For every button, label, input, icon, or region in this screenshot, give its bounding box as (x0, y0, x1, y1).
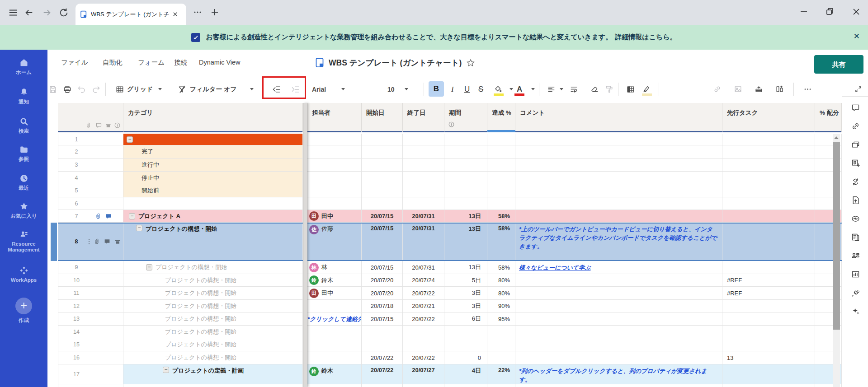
cell-category[interactable]: プロジェクトの構想・開始 (123, 300, 303, 312)
cell-assignee[interactable]: 田田中 (307, 287, 362, 300)
cell-pct[interactable]: 58% (487, 261, 515, 274)
cell-category[interactable]: プロジェクトの構想・開始 (123, 326, 303, 338)
column-header-comment[interactable]: コメント (515, 103, 722, 132)
collapse-icon[interactable]: − (163, 367, 169, 373)
cell-end[interactable] (403, 134, 444, 145)
table-row[interactable]: 8−プロジェクトの構想・開始佐佐藤20/07/1520/07/3113日58%*… (58, 223, 842, 261)
minimize-icon[interactable] (798, 6, 809, 17)
cell-assignee[interactable]: 鈴鈴木 (307, 364, 362, 384)
cell-comment[interactable] (515, 312, 722, 326)
cell-dur[interactable]: 4日 (444, 364, 487, 384)
cell-assignee[interactable] (307, 145, 362, 159)
back-icon[interactable] (24, 8, 34, 18)
cell-dur[interactable] (444, 338, 487, 351)
cell-assignee[interactable] (307, 134, 362, 145)
undo-icon[interactable] (77, 75, 86, 103)
summary-icon[interactable] (851, 233, 860, 242)
contacts-icon[interactable] (851, 251, 860, 261)
cell-dur[interactable] (444, 159, 487, 172)
menu-forms[interactable]: フォーム (138, 50, 165, 75)
connections-icon[interactable] (851, 288, 860, 298)
favorite-star-icon[interactable] (466, 58, 475, 67)
italic-button[interactable]: I (451, 75, 454, 103)
comment-link[interactable]: 様々なビューについて学ぶ (519, 263, 590, 272)
table-row[interactable]: 11プロジェクトの構想・開始田田中20/07/2020/07/223日80%#R… (58, 287, 842, 300)
cell-dur[interactable] (444, 384, 487, 387)
cell-pct[interactable]: 58% (487, 210, 515, 223)
sidebar-item-workapps[interactable]: WorkApps (0, 266, 47, 283)
cell-start[interactable]: 20/07/15 (362, 210, 403, 223)
baseline-icon[interactable] (851, 159, 860, 168)
dropdown-caret-icon[interactable] (509, 75, 513, 103)
cell-pred[interactable] (722, 172, 815, 184)
cell-end[interactable] (403, 338, 444, 351)
hamburger-menu-icon[interactable] (8, 8, 18, 18)
table-row[interactable]: 4停止中 (58, 172, 842, 184)
create-button[interactable]: + (15, 298, 32, 314)
cell-end[interactable]: 20/07/31 (403, 261, 444, 274)
cell-pred[interactable] (722, 210, 815, 223)
grid-view-icon[interactable] (115, 75, 124, 103)
eraser-icon[interactable] (590, 75, 599, 103)
text-color-button[interactable]: A (517, 75, 522, 103)
cell-end[interactable] (403, 184, 444, 197)
cell-category[interactable]: −プロジェクトの構想・開始 (123, 261, 303, 274)
cell-pred[interactable] (722, 145, 815, 159)
table-row[interactable]: 9−プロジェクトの構想・開始林林20/07/1520/07/3113日58%様々… (58, 261, 842, 274)
align-left-icon[interactable] (547, 75, 556, 103)
cell-assignee[interactable] (307, 300, 362, 312)
cell-pred[interactable] (722, 326, 815, 338)
dropdown-caret-icon[interactable] (250, 75, 254, 103)
menu-file[interactable]: ファイル (61, 50, 88, 75)
cell-pct[interactable]: 80% (487, 287, 515, 300)
cell-dur[interactable]: 13日 (444, 223, 487, 261)
cell-end[interactable] (403, 172, 444, 184)
fill-color-icon[interactable] (494, 75, 502, 103)
filter-icon[interactable] (178, 75, 187, 103)
cell-comment[interactable] (515, 159, 722, 172)
cell-pct[interactable]: 58% (487, 223, 515, 261)
proof-icon[interactable] (851, 140, 860, 149)
comment-icon[interactable] (851, 103, 860, 112)
menu-automation[interactable]: 自動化 (103, 50, 123, 75)
banner-link[interactable]: 詳細情報はこちら。 (615, 33, 676, 42)
box-icon[interactable] (114, 238, 121, 245)
cell-category[interactable]: プロジェクトの構想・開始 (123, 287, 303, 300)
save-icon[interactable] (48, 75, 57, 103)
cell-pct[interactable] (487, 326, 515, 338)
cell-category[interactable]: プロジェクトの構想・開始 (123, 274, 303, 287)
cell-pred[interactable] (722, 223, 815, 261)
cell-category[interactable] (123, 197, 303, 210)
paperclip-icon[interactable] (94, 213, 102, 220)
cell-pct[interactable]: 90% (487, 300, 515, 312)
menu-dynamic-view[interactable]: Dynamic View (199, 50, 241, 75)
table-row[interactable]: 10プロジェクトの構想・開始鈴鈴木20/07/2020/07/245日80%#R… (58, 274, 842, 287)
cell-pred[interactable]: 13 (722, 351, 815, 364)
cell-pred[interactable] (722, 384, 815, 387)
cell-category[interactable]: 進行中 (123, 159, 303, 172)
column-header-dur[interactable]: 期間 (444, 103, 487, 132)
cell-pct[interactable]: 80% (487, 274, 515, 287)
table-row[interactable]: 18 (58, 384, 842, 387)
column-header-end[interactable]: 終了日 (403, 103, 444, 132)
table-row[interactable]: 1− (58, 134, 842, 145)
cell-comment[interactable] (515, 134, 722, 145)
cell-dur[interactable]: 6日 (444, 312, 487, 326)
cell-category[interactable]: プロジェクトの構想・開始 (123, 351, 303, 364)
sync-icon[interactable] (851, 177, 860, 187)
dropdown-caret-icon[interactable] (405, 75, 408, 103)
cell-comment[interactable]: 様々なビューについて学ぶ (515, 261, 722, 274)
cell-comment[interactable] (515, 300, 722, 312)
cell-start[interactable] (362, 172, 403, 184)
cell-dur[interactable]: 0 (444, 351, 487, 364)
cell-dur[interactable] (444, 184, 487, 197)
browser-tab[interactable]: WBS テンプレート (ガントチ (75, 4, 186, 25)
cell-start[interactable] (362, 197, 403, 210)
cell-dur[interactable]: 13日 (444, 261, 487, 274)
cell-assignee[interactable]: *クリックして連絡先を (307, 312, 362, 326)
cell-start[interactable]: 20/07/15 (362, 312, 403, 326)
print-icon[interactable] (63, 75, 72, 103)
strikethrough-button[interactable]: S (478, 75, 483, 103)
underline-button[interactable]: U (464, 75, 470, 103)
cell-pct[interactable] (487, 159, 515, 172)
